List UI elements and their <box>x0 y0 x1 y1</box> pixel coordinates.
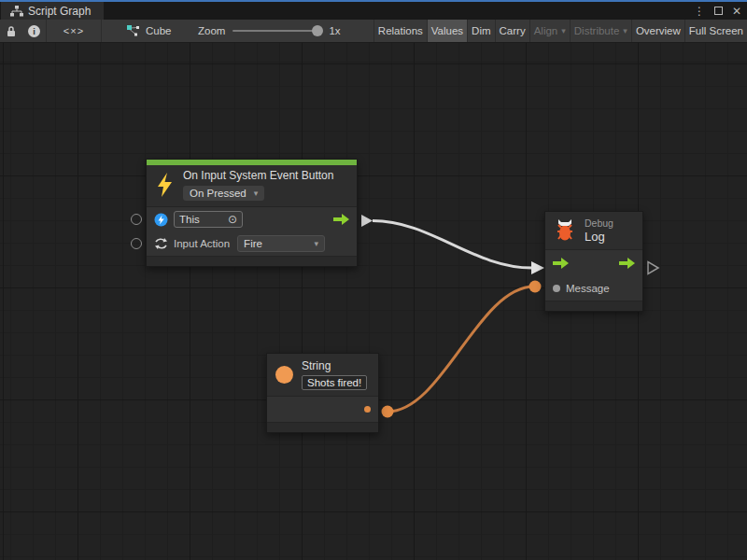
port-row-input-action: Input Action Fire ▾ <box>147 231 357 256</box>
graph-toolbar: i <×> Cube Zoom 1x <box>0 20 747 43</box>
object-picker-icon: ⊙ <box>228 213 237 226</box>
distribute-label: Distribute <box>574 25 620 36</box>
lock-icon <box>6 25 17 37</box>
graph-owner-label: Cube <box>146 25 172 36</box>
close-icon[interactable]: ✕ <box>732 6 741 17</box>
carry-label: Carry <box>500 25 526 36</box>
flow-output-arrow-icon[interactable] <box>619 258 635 269</box>
input-action-value: Fire <box>244 238 262 249</box>
graph-breadcrumb[interactable]: Cube <box>127 20 172 42</box>
fullscreen-toggle[interactable]: Full Screen <box>684 20 747 42</box>
node-title: Log <box>585 230 613 244</box>
node-string-literal[interactable]: String Shots fired! <box>266 353 379 433</box>
event-mode-value: On Pressed <box>190 188 247 199</box>
mini-graph-icon <box>127 25 140 36</box>
overview-button[interactable]: Overview <box>631 20 684 42</box>
bug-icon <box>554 218 576 243</box>
toolbar-left-group: i <×> <box>0 20 102 42</box>
input-action-input-port[interactable] <box>131 238 142 249</box>
dim-toggle[interactable]: Dim <box>467 20 494 42</box>
zoom-slider-track[interactable] <box>233 30 321 32</box>
node-footer <box>545 301 642 311</box>
this-input-port[interactable] <box>131 214 142 225</box>
input-action-label: Input Action <box>174 238 230 249</box>
inspect-button[interactable]: i <box>22 20 46 42</box>
unity-script-graph-window: Script Graph ⋮ ✕ i <×> <box>0 0 747 560</box>
this-label: This <box>179 214 200 225</box>
toolbar-toggle-group: Relations Values Dim Carry Align ▾ Distr… <box>374 20 747 42</box>
string-output-port[interactable] <box>364 406 371 413</box>
relations-toggle[interactable]: Relations <box>374 20 427 42</box>
zoom-control: Zoom 1x <box>198 20 341 42</box>
port-row-message: Message <box>545 276 642 301</box>
chevron-down-icon: ▾ <box>315 239 319 248</box>
carry-toggle[interactable]: Carry <box>495 20 529 42</box>
chevron-down-icon: ▾ <box>561 26 566 35</box>
window-menu-icon[interactable]: ⋮ <box>694 6 705 17</box>
values-label: Values <box>431 25 463 36</box>
flow-row <box>545 250 642 276</box>
lock-button[interactable] <box>0 20 22 42</box>
node-title: On Input System Event Button <box>183 169 333 182</box>
node-on-input-system-event-button[interactable]: On Input System Event Button On Pressed … <box>146 159 358 267</box>
lightning-bolt-icon <box>156 172 174 198</box>
node-footer <box>267 422 378 432</box>
graph-icon <box>10 6 23 17</box>
flow-output-arrow-icon[interactable] <box>333 214 349 225</box>
zoom-slider-handle[interactable] <box>312 25 323 36</box>
string-type-icon <box>275 366 293 384</box>
flow-input-arrow-icon[interactable] <box>553 258 569 269</box>
values-toggle[interactable]: Values <box>427 20 467 42</box>
this-object-field[interactable]: This ⊙ <box>174 211 243 228</box>
node-title: String <box>302 359 367 372</box>
message-input-port[interactable] <box>553 285 560 292</box>
string-value-input[interactable]: Shots fired! <box>302 375 367 390</box>
maximize-icon[interactable] <box>714 7 723 15</box>
toolbar-separator <box>101 20 102 42</box>
info-icon: i <box>28 25 40 37</box>
dim-label: Dim <box>472 25 490 36</box>
port-row-this: This ⊙ <box>147 207 357 231</box>
align-dropdown[interactable]: Align ▾ <box>529 20 570 42</box>
input-action-icon <box>154 237 168 250</box>
output-row <box>267 397 378 422</box>
chevron-down-icon: ▾ <box>623 26 627 35</box>
tab-title: Script Graph <box>28 5 91 18</box>
event-mode-dropdown[interactable]: On Pressed ▾ <box>183 186 264 201</box>
fullscreen-label: Full Screen <box>689 25 743 36</box>
align-label: Align <box>534 25 558 36</box>
node-category: Debug <box>585 217 613 229</box>
message-label: Message <box>566 283 610 294</box>
overview-label: Overview <box>636 25 681 36</box>
relations-label: Relations <box>378 25 423 36</box>
node-footer <box>147 256 357 266</box>
connections-toggle-button[interactable]: <×> <box>47 20 101 42</box>
input-action-dropdown[interactable]: Fire ▾ <box>237 235 325 252</box>
tab-script-graph[interactable]: Script Graph <box>1 2 104 20</box>
zoom-label: Zoom <box>198 25 225 36</box>
window-actions: ⋮ ✕ <box>694 2 741 20</box>
node-debug-log[interactable]: Debug Log Message <box>544 211 643 312</box>
distribute-dropdown[interactable]: Distribute ▾ <box>570 20 631 42</box>
chevron-down-icon: ▾ <box>254 189 259 198</box>
gameobject-bolt-icon <box>154 213 168 227</box>
tab-bar: Script Graph ⋮ ✕ <box>0 2 747 20</box>
zoom-value: 1x <box>329 25 340 36</box>
angle-connections-icon: <×> <box>63 25 84 36</box>
